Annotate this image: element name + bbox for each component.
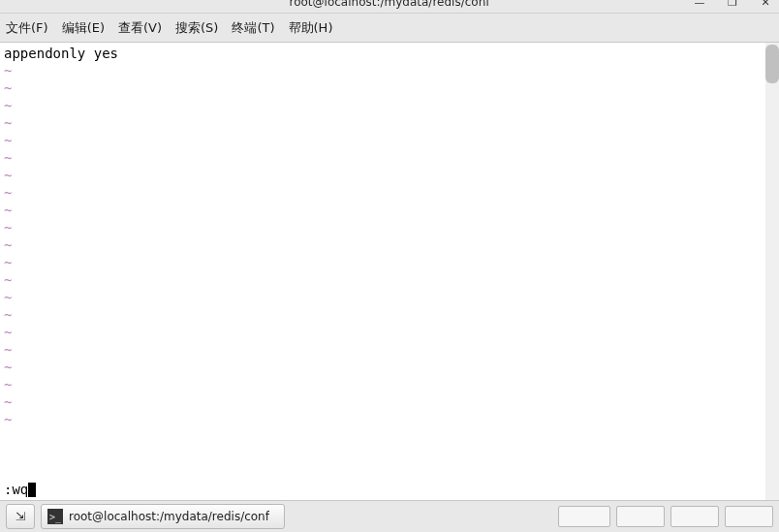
terminal-icon: >_ <box>47 509 63 524</box>
menu-search[interactable]: 搜索(S) <box>175 19 218 37</box>
workspace-icon: ⇲ <box>16 510 25 523</box>
vim-command-line[interactable]: :wq <box>4 481 762 500</box>
window-titlebar: root@localhost:/mydata/redis/conf — ❐ ✕ <box>0 0 779 14</box>
taskbar-app-label: root@localhost:/mydata/redis/conf <box>69 510 269 523</box>
desktop-taskbar: ⇲ >_ root@localhost:/mydata/redis/conf <box>0 500 779 532</box>
editor-empty-line: ~ <box>4 254 762 271</box>
menu-terminal[interactable]: 终端(T) <box>232 19 274 37</box>
editor-line: appendonly yes <box>4 45 762 62</box>
editor-empty-line: ~ <box>4 202 762 219</box>
menu-view[interactable]: 查看(V) <box>118 19 162 37</box>
vim-command-text: :wq <box>4 481 28 498</box>
menu-edit[interactable]: 编辑(E) <box>62 19 105 37</box>
tray-slot-1[interactable] <box>558 506 610 527</box>
window-close-button[interactable]: ✕ <box>758 0 773 8</box>
editor-empty-line: ~ <box>4 306 762 324</box>
editor-empty-line: ~ <box>4 341 762 359</box>
editor-empty-line: ~ <box>4 79 762 97</box>
menu-file[interactable]: 文件(F) <box>6 19 48 37</box>
tray-slot-4[interactable] <box>725 506 773 527</box>
terminal-area[interactable]: appendonly yes~~~~~~~~~~~~~~~~~~~~~ :wq <box>0 43 779 500</box>
window-minimize-button[interactable]: — <box>692 0 707 8</box>
editor-buffer: appendonly yes~~~~~~~~~~~~~~~~~~~~~ <box>4 45 762 428</box>
window-controls: — ❐ ✕ <box>692 0 773 8</box>
editor-empty-line: ~ <box>4 132 762 149</box>
window-maximize-button[interactable]: ❐ <box>725 0 740 8</box>
text-cursor <box>28 483 36 497</box>
tray-slot-2[interactable] <box>616 506 665 527</box>
editor-empty-line: ~ <box>4 411 762 428</box>
editor-empty-line: ~ <box>4 271 762 289</box>
taskbar-app-terminal[interactable]: >_ root@localhost:/mydata/redis/conf <box>41 504 285 529</box>
editor-empty-line: ~ <box>4 393 762 411</box>
editor-empty-line: ~ <box>4 219 762 236</box>
menubar: 文件(F) 编辑(E) 查看(V) 搜索(S) 终端(T) 帮助(H) <box>0 14 779 43</box>
editor-empty-line: ~ <box>4 114 762 132</box>
editor-empty-line: ~ <box>4 236 762 254</box>
vertical-scrollbar[interactable] <box>765 43 779 500</box>
editor-empty-line: ~ <box>4 184 762 202</box>
editor-empty-line: ~ <box>4 167 762 184</box>
tray-slot-3[interactable] <box>670 506 719 527</box>
editor-empty-line: ~ <box>4 62 762 79</box>
editor-empty-line: ~ <box>4 359 762 376</box>
editor-empty-line: ~ <box>4 289 762 306</box>
editor-empty-line: ~ <box>4 376 762 393</box>
window-title: root@localhost:/mydata/redis/conf <box>290 0 490 9</box>
scrollbar-thumb[interactable] <box>765 45 779 83</box>
vim-editor[interactable]: appendonly yes~~~~~~~~~~~~~~~~~~~~~ :wq <box>0 43 765 500</box>
editor-empty-line: ~ <box>4 149 762 167</box>
editor-empty-line: ~ <box>4 97 762 114</box>
workspace-switcher-button[interactable]: ⇲ <box>6 504 35 529</box>
editor-empty-line: ~ <box>4 324 762 341</box>
menu-help[interactable]: 帮助(H) <box>289 19 333 37</box>
